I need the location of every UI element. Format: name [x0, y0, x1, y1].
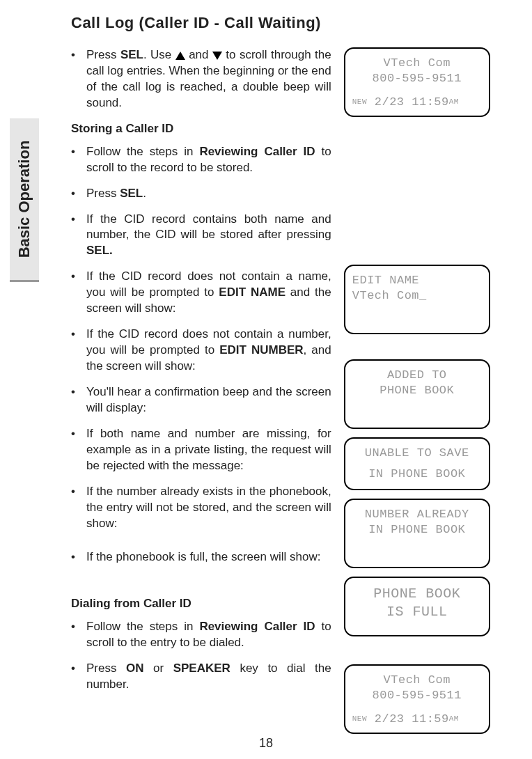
lcd-timestamp: 2/23 11:59 [367, 95, 449, 109]
lcd-line: IS FULL [351, 603, 483, 621]
lcd-line: 800-595-9511 [351, 71, 483, 86]
bullet-follow-review: Follow the steps in Reviewing Caller ID … [71, 144, 331, 176]
arrow-down-icon [212, 52, 222, 60]
text-frag: . [143, 187, 146, 200]
lcd-line: 800-595-9511 [351, 688, 483, 703]
text-frag: Follow the steps in [86, 620, 199, 633]
text-bold: EDIT NAME [219, 285, 285, 299]
text-frag: . Use [143, 48, 175, 61]
bullet-phonebook-full: If the phonebook is full, the screen wil… [71, 549, 331, 565]
bullet-dial-press: Press ON or SPEAKER key to dial the numb… [71, 661, 331, 693]
lcd-ampm: AM [449, 714, 459, 723]
text-frag: If the CID record contains both name and… [86, 212, 331, 242]
lcd-line: PHONE BOOK [351, 383, 483, 398]
bullet-cid-no-number: If the CID record does not contain a num… [71, 327, 331, 375]
lcd-line: VTech Com [351, 673, 483, 688]
bullet-dial-follow: Follow the steps in Reviewing Caller ID … [71, 619, 331, 651]
text-bold: Reviewing Caller ID [199, 620, 315, 633]
lcd-caller-id-top: VTech Com 800-595-9511 NEW 2/23 11:59AM [344, 47, 490, 117]
content-row: Press SEL. Use and to scroll through the… [71, 47, 499, 742]
text-column: Press SEL. Use and to scroll through the… [71, 47, 331, 742]
heading-dialing: Dialing from Caller ID [71, 596, 331, 612]
lcd-line: UNABLE TO SAVE [351, 446, 483, 461]
text-bold: SEL [120, 48, 143, 61]
lcd-timestamp: 2/23 11:59 [367, 712, 449, 726]
lcd-ampm: AM [449, 97, 459, 107]
section-tab-box: Basic Operation [10, 118, 39, 280]
text-bold: SEL [120, 187, 143, 200]
page-title: Call Log (Caller ID - Call Waiting) [71, 14, 499, 32]
text-bold: SPEAKER [173, 662, 230, 675]
manual-page: Basic Operation Call Log (Caller ID - Ca… [0, 0, 532, 759]
text-bold: SEL. [86, 244, 113, 257]
bullet-cid-both: If the CID record contains both name and… [71, 212, 331, 260]
spacer [344, 125, 499, 265]
screen-column: VTech Com 800-595-9511 NEW 2/23 11:59AM … [344, 47, 499, 742]
spacer [344, 645, 499, 664]
page-number: 18 [0, 736, 532, 751]
text-bold: Reviewing Caller ID [199, 145, 315, 158]
lcd-line: VTech Com [351, 56, 483, 71]
lcd-unable: UNABLE TO SAVE IN PHONE BOOK [344, 437, 490, 490]
bullet-press-sel-2: Press SEL. [71, 186, 331, 202]
bullet-press-sel: Press SEL. Use and to scroll through the… [71, 47, 331, 111]
bullet-both-missing: If both name and number are missing, for… [71, 426, 331, 474]
lcd-bottom-row: NEW 2/23 11:59AM [352, 95, 482, 110]
text-bold: ON [126, 662, 144, 675]
arrow-up-icon [175, 52, 185, 60]
text-frag: Press [86, 48, 120, 61]
lcd-new-tag: NEW [352, 714, 367, 723]
bullet-cid-no-name: If the CID record does not contain a nam… [71, 269, 331, 317]
text-frag: and [185, 48, 212, 61]
heading-storing: Storing a Caller ID [71, 121, 331, 137]
lcd-line: NUMBER ALREADY [351, 507, 483, 522]
lcd-bottom-row: NEW 2/23 11:59AM [352, 712, 482, 727]
lcd-line: EDIT NAME [351, 273, 483, 288]
lcd-line: IN PHONE BOOK [351, 467, 483, 482]
text-frag: Press [86, 662, 126, 675]
bullet-list-storing: Follow the steps in Reviewing Caller ID … [71, 144, 331, 566]
lcd-line: ADDED TO [351, 368, 483, 383]
lcd-edit-name: EDIT NAME VTech Com_ [344, 265, 490, 334]
text-frag: Follow the steps in [86, 145, 199, 158]
spacer [344, 343, 499, 359]
lcd-number-already: NUMBER ALREADY IN PHONE BOOK [344, 499, 490, 568]
section-tab-label: Basic Operation [15, 141, 33, 258]
lcd-new-tag: NEW [352, 97, 367, 107]
bullet-already-exists: If the number already exists in the phon… [71, 484, 331, 532]
lcd-line: VTech Com_ [351, 288, 483, 304]
lcd-line: IN PHONE BOOK [351, 522, 483, 538]
lcd-added: ADDED TO PHONE BOOK [344, 359, 490, 429]
text-frag: Press [86, 187, 120, 200]
lcd-line: PHONE BOOK [351, 585, 483, 603]
bullet-list-intro: Press SEL. Use and to scroll through the… [71, 47, 331, 111]
bullet-confirm-beep: You'll hear a confirmation beep and the … [71, 384, 331, 416]
text-frag: or [144, 662, 173, 675]
text-bold: EDIT NUMBER [219, 343, 303, 357]
section-tab: Basic Operation [10, 118, 39, 280]
lcd-caller-id-bottom: VTech Com 800-595-9511 NEW 2/23 11:59AM [344, 664, 490, 734]
lcd-full: PHONE BOOK IS FULL [344, 577, 490, 636]
section-tab-rule [10, 280, 39, 282]
bullet-list-dialing: Follow the steps in Reviewing Caller ID … [71, 619, 331, 693]
